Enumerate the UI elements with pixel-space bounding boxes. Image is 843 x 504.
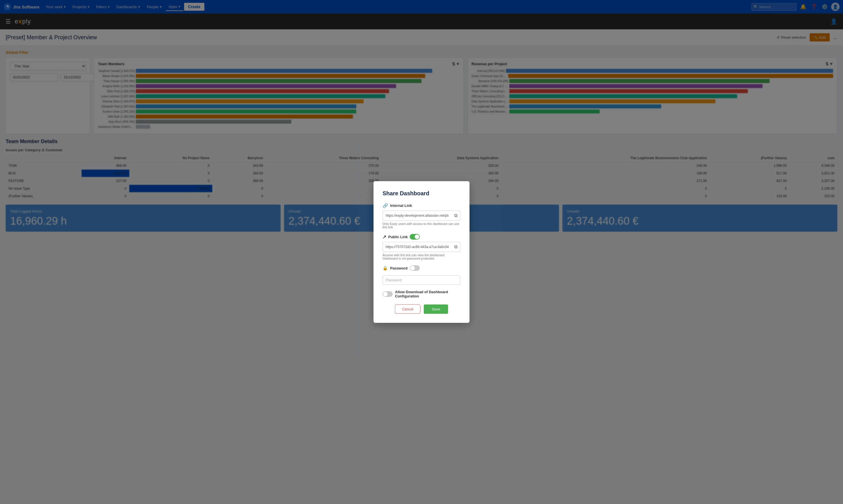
internal-link-section: 🔗 Internal Link ⧉ Only Exply users with … (383, 203, 460, 229)
internal-link-hint: Only Exply users with access to this das… (383, 222, 460, 229)
external-link-icon: ↗ (383, 234, 386, 236)
link-icon: 🔗 (383, 203, 388, 208)
share-dashboard-modal: Share Dashboard 🔗 Internal Link ⧉ Only E… (373, 181, 470, 236)
modal-title: Share Dashboard (383, 190, 460, 197)
modal-overlay[interactable]: Share Dashboard 🔗 Internal Link ⧉ Only E… (0, 0, 843, 236)
copy-internal-link-button[interactable]: ⧉ (452, 211, 460, 220)
internal-link-label: 🔗 Internal Link (383, 203, 460, 208)
public-link-toggle[interactable] (410, 234, 420, 236)
public-link-label: ↗ Public Link (383, 234, 460, 236)
internal-link-input-row: ⧉ (383, 211, 460, 221)
internal-link-input[interactable] (383, 211, 452, 220)
public-link-section: ↗ Public Link ⧉ Anyone with this link ca… (383, 234, 460, 236)
